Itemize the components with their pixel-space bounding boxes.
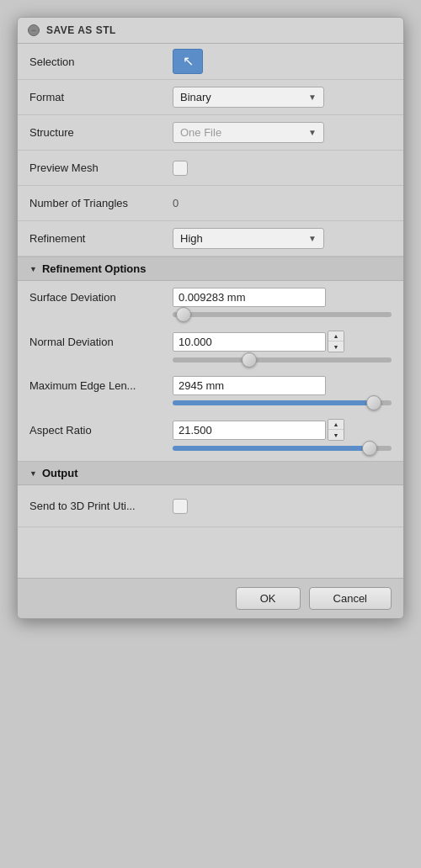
triangles-control: 0 xyxy=(173,197,392,209)
normal-deviation-control: ▲ ▼ xyxy=(173,331,344,352)
refinement-row: Refinement High ▼ xyxy=(18,221,403,257)
preview-mesh-label: Preview Mesh xyxy=(29,161,173,174)
refinement-dropdown[interactable]: High ▼ xyxy=(173,228,324,249)
normal-deviation-row: Normal Deviation ▲ ▼ xyxy=(18,324,403,357)
aspect-ratio-spinner: ▲ ▼ xyxy=(328,419,344,441)
refinement-options-toggle-icon: ▼ xyxy=(29,265,37,273)
preview-mesh-checkbox[interactable] xyxy=(173,161,188,176)
normal-deviation-top: Normal Deviation ▲ ▼ xyxy=(29,331,392,352)
aspect-ratio-label: Aspect Ratio xyxy=(29,424,173,437)
max-edge-top: Maximum Edge Len... xyxy=(29,376,392,395)
structure-control: One File ▼ xyxy=(173,122,392,143)
aspect-ratio-up-button[interactable]: ▲ xyxy=(328,420,344,430)
max-edge-slider-container xyxy=(18,400,403,412)
refinement-dropdown-arrow: ▼ xyxy=(308,234,317,243)
surface-deviation-slider-container xyxy=(18,312,403,324)
dialog-content: Selection ↖ Format Binary ▼ Structure xyxy=(18,44,403,578)
surface-deviation-slider-thumb[interactable] xyxy=(176,307,191,322)
refinement-value: High xyxy=(180,232,203,245)
aspect-ratio-top: Aspect Ratio ▲ ▼ xyxy=(29,419,392,441)
normal-deviation-slider-container xyxy=(18,357,403,369)
selection-control: ↖ xyxy=(173,49,392,74)
send-control xyxy=(173,499,392,514)
format-value: Binary xyxy=(180,91,211,103)
aspect-ratio-slider-thumb[interactable] xyxy=(362,441,377,456)
normal-deviation-input[interactable] xyxy=(173,332,326,352)
send-to-3d-row: Send to 3D Print Uti... xyxy=(18,485,403,527)
structure-dropdown-arrow: ▼ xyxy=(308,128,317,137)
spacer xyxy=(18,527,403,578)
max-edge-label: Maximum Edge Len... xyxy=(29,379,173,392)
bottom-bar: OK Cancel xyxy=(18,578,403,618)
normal-deviation-down-button[interactable]: ▼ xyxy=(328,341,344,352)
output-label: Output xyxy=(42,467,78,479)
max-edge-slider-thumb[interactable] xyxy=(366,395,381,410)
triangles-row: Number of Triangles 0 xyxy=(18,186,403,221)
ok-button[interactable]: OK xyxy=(236,587,301,610)
aspect-ratio-down-button[interactable]: ▼ xyxy=(328,430,344,440)
structure-row: Structure One File ▼ xyxy=(18,115,403,151)
selection-cursor-button[interactable]: ↖ xyxy=(173,49,203,74)
cancel-button[interactable]: Cancel xyxy=(309,587,392,610)
max-edge-row: Maximum Edge Len... xyxy=(18,369,403,400)
selection-row: Selection ↖ xyxy=(18,44,403,80)
aspect-ratio-control: ▲ ▼ xyxy=(173,419,344,441)
structure-dropdown[interactable]: One File ▼ xyxy=(173,122,324,143)
preview-mesh-row: Preview Mesh xyxy=(18,151,403,186)
refinement-options-header[interactable]: ▼ Refinement Options xyxy=(18,257,403,281)
preview-mesh-control xyxy=(173,161,392,176)
cursor-icon: ↖ xyxy=(183,55,194,68)
normal-deviation-slider-track xyxy=(173,357,392,363)
send-label: Send to 3D Print Uti... xyxy=(29,500,173,512)
refinement-label: Refinement xyxy=(29,232,173,245)
normal-deviation-up-button[interactable]: ▲ xyxy=(328,331,344,341)
normal-deviation-label: Normal Deviation xyxy=(29,336,173,348)
refinement-options-label: Refinement Options xyxy=(42,262,147,275)
aspect-ratio-input[interactable] xyxy=(173,421,326,440)
format-dropdown-arrow: ▼ xyxy=(308,93,317,102)
triangles-label: Number of Triangles xyxy=(29,197,173,209)
output-toggle-icon: ▼ xyxy=(29,469,37,478)
send-checkbox[interactable] xyxy=(173,499,188,514)
output-header[interactable]: ▼ Output xyxy=(18,461,403,485)
surface-deviation-input[interactable] xyxy=(173,288,326,307)
max-edge-slider-track xyxy=(173,400,392,405)
aspect-ratio-slider-track xyxy=(173,446,392,451)
selection-label: Selection xyxy=(29,56,173,68)
aspect-ratio-slider-container xyxy=(18,446,403,461)
structure-value: One File xyxy=(180,126,221,139)
normal-deviation-slider-thumb[interactable] xyxy=(242,352,257,368)
dialog-title: SAVE AS STL xyxy=(46,24,116,36)
normal-deviation-spinner: ▲ ▼ xyxy=(328,331,344,352)
surface-deviation-row: Surface Deviation xyxy=(18,281,403,312)
refinement-control: High ▼ xyxy=(173,228,392,249)
format-row: Format Binary ▼ xyxy=(18,80,403,115)
max-edge-input[interactable] xyxy=(173,376,326,395)
surface-deviation-top: Surface Deviation xyxy=(29,288,392,307)
surface-deviation-slider-track xyxy=(173,312,392,317)
structure-label: Structure xyxy=(29,126,173,139)
format-control: Binary ▼ xyxy=(173,87,392,108)
surface-deviation-label: Surface Deviation xyxy=(29,291,173,304)
format-dropdown[interactable]: Binary ▼ xyxy=(173,87,324,108)
close-button[interactable]: − xyxy=(28,24,40,36)
aspect-ratio-row: Aspect Ratio ▲ ▼ xyxy=(18,412,403,446)
save-as-stl-dialog: − SAVE AS STL Selection ↖ Format Binary … xyxy=(17,17,404,619)
format-label: Format xyxy=(29,91,173,103)
title-bar: − SAVE AS STL xyxy=(18,18,403,44)
triangles-value: 0 xyxy=(173,197,179,209)
